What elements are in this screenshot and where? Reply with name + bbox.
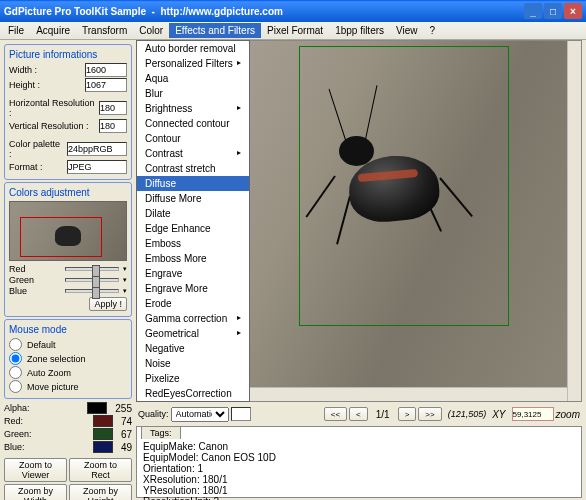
menu-file[interactable]: File [2,23,30,38]
filter-diffuse-more[interactable]: Diffuse More [137,191,249,206]
filter-contour[interactable]: Contour [137,131,249,146]
colors-adjust-title: Colors adjustment [9,187,127,198]
close-button[interactable]: × [564,3,582,19]
chevron-down-icon[interactable]: ▾ [123,265,127,273]
nav-prev[interactable]: < [349,407,368,421]
menu-pixel-format[interactable]: Pixel Format [261,23,329,38]
filter-dilate[interactable]: Dilate [137,206,249,221]
nav-first[interactable]: << [324,407,347,421]
cursor-coords: (121,505) [448,409,487,419]
chevron-down-icon[interactable]: ▾ [123,276,127,284]
tags-content: EquipMake: CanonEquipModel: Canon EOS 10… [137,427,581,500]
zoom-value[interactable] [512,407,554,421]
filter-contrast[interactable]: Contrast▸ [137,146,249,161]
menu-?[interactable]: ? [424,23,442,38]
picture-info-group: Picture informations Width : Height : Ho… [4,44,132,180]
zoom-to-rect-button[interactable]: Zoom to Rect [69,458,132,482]
tag-line: ResolutionUnit: 2 [143,496,575,500]
format-field [67,160,127,174]
blue-label: Blue: [4,442,91,452]
menu-acquire[interactable]: Acquire [30,23,76,38]
xy-label: XY [492,409,505,420]
height-field[interactable] [85,78,127,92]
format-label: Format : [9,162,65,172]
filter-blur[interactable]: Blur [137,86,249,101]
filter-connected-contour[interactable]: Connected contour [137,116,249,131]
red-slider[interactable] [65,267,119,271]
minimize-button[interactable]: _ [524,3,542,19]
quality-extra[interactable] [231,407,251,421]
app-title: GdPicture Pro ToolKit Sample [4,6,146,17]
chevron-down-icon[interactable]: ▾ [123,287,127,295]
left-panel: Picture informations Width : Height : Ho… [0,40,136,500]
vres-label: Vertical Resolution : [9,121,97,131]
width-field[interactable] [85,63,127,77]
filter-relief[interactable]: Relief [137,401,249,402]
filter-erode[interactable]: Erode [137,296,249,311]
maximize-button[interactable]: □ [544,3,562,19]
vres-field[interactable] [99,119,127,133]
hres-label: Horizontal Resolution : [9,98,97,118]
mouse-mode-group: Mouse mode DefaultZone selectionAuto Zoo… [4,319,132,399]
blue-slider[interactable] [65,289,119,293]
app-url: http://www.gdpicture.com [161,6,283,17]
scrollbar-vertical[interactable] [567,41,581,401]
zoom-to-viewer-button[interactable]: Zoom to Viewer [4,458,67,482]
filter-aqua[interactable]: Aqua [137,71,249,86]
red-value: 74 [121,416,132,427]
scrollbar-horizontal[interactable] [209,387,567,401]
tags-tab[interactable]: Tags: [141,426,181,439]
apply-button[interactable]: Apply ! [89,297,127,311]
filter-gamma-correction[interactable]: Gamma correction▸ [137,311,249,326]
quality-select[interactable]: Automatic [171,407,229,422]
zoom-by-width-button[interactable]: Zoom by Width [4,484,67,500]
palette-label: Color palette : [9,139,65,159]
filter-emboss-more[interactable]: Emboss More [137,251,249,266]
height-label: Height : [9,80,83,90]
tags-panel: Tags: EquipMake: CanonEquipModel: Canon … [136,426,582,498]
image-viewer[interactable] [208,40,582,402]
mouse-move-picture-label[interactable]: Move picture [27,382,127,392]
filter-edge-enhance[interactable]: Edge Enhance [137,221,249,236]
thumbnail[interactable] [9,201,127,261]
mouse-mode-title: Mouse mode [9,324,127,335]
filter-noise[interactable]: Noise [137,356,249,371]
menu-1bpp-filters[interactable]: 1bpp filters [329,23,390,38]
mouse-auto-zoom-label[interactable]: Auto Zoom [27,368,127,378]
mouse-zone-selection-label[interactable]: Zone selection [27,354,127,364]
mouse-default-label[interactable]: Default [27,340,127,350]
filter-redeyescorrection[interactable]: RedEyesCorrection [137,386,249,401]
filter-contrast-stretch[interactable]: Contrast stretch [137,161,249,176]
tag-line: XResolution: 180/1 [143,474,575,485]
menu-color[interactable]: Color [133,23,169,38]
filter-diffuse[interactable]: Diffuse [137,176,249,191]
green-slider[interactable] [65,278,119,282]
tag-line: Orientation: 1 [143,463,575,474]
filter-auto-border-removal[interactable]: Auto border removal [137,41,249,56]
filter-brightness[interactable]: Brightness▸ [137,101,249,116]
hres-field[interactable] [99,101,127,115]
filter-emboss[interactable]: Emboss [137,236,249,251]
filter-geometrical[interactable]: Geometrical▸ [137,326,249,341]
filter-pixelize[interactable]: Pixelize [137,371,249,386]
mouse-zone-selection-radio[interactable] [9,352,22,365]
mouse-default-radio[interactable] [9,338,22,351]
green-slider-label: Green [9,275,61,285]
nav-last[interactable]: >> [418,407,441,421]
blue-slider-label: Blue [9,286,61,296]
title-sep: - [146,6,160,17]
mouse-move-picture-radio[interactable] [9,380,22,393]
nav-next[interactable]: > [398,407,417,421]
menu-effects-and-filters[interactable]: Effects and Filters [169,23,261,38]
zoom-by-height-button[interactable]: Zoom by Height [69,484,132,500]
picture-info-title: Picture informations [9,49,127,60]
filter-negative[interactable]: Negative [137,341,249,356]
alpha-value: 255 [115,403,132,414]
menu-view[interactable]: View [390,23,424,38]
filter-personalized-filters[interactable]: Personalized Filters▸ [137,56,249,71]
selection-rect[interactable] [299,46,509,326]
filter-engrave-more[interactable]: Engrave More [137,281,249,296]
mouse-auto-zoom-radio[interactable] [9,366,22,379]
menu-transform[interactable]: Transform [76,23,133,38]
filter-engrave[interactable]: Engrave [137,266,249,281]
